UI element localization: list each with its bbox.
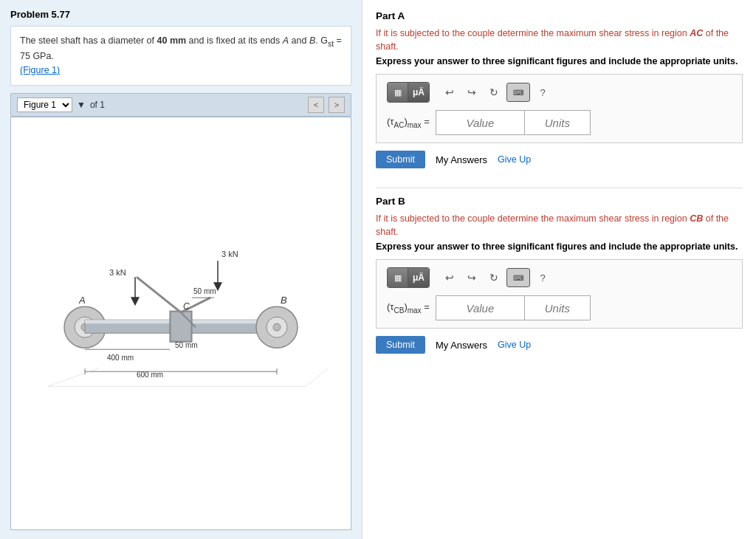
svg-point-18: [273, 323, 281, 331]
problem-description: The steel shaft has a diameter of 40 mm …: [10, 26, 351, 86]
left-panel: Problem 5.77 The steel shaft has a diame…: [0, 0, 362, 539]
part-b-instruction: If it is subjected to the couple determi…: [376, 213, 743, 238]
svg-text:600 mm: 600 mm: [137, 371, 163, 379]
figure-link[interactable]: (Figure 1): [20, 65, 60, 75]
part-b-subinstruction: Express your answer to three significant…: [376, 241, 743, 252]
part-b-value-input[interactable]: [436, 295, 524, 320]
part-a-grid-btn[interactable]: ▦: [388, 83, 408, 102]
part-a-input-row: (τAC)max =: [387, 110, 732, 135]
part-a-title: Part A: [376, 10, 743, 21]
part-divider: [376, 188, 743, 188]
problem-title: Problem 5.77: [10, 9, 351, 20]
part-a-subinstruction: Express your answer to three significant…: [376, 56, 743, 66]
svg-line-29: [48, 368, 100, 386]
svg-text:3 kN: 3 kN: [109, 268, 126, 277]
part-b-my-answers-label: My Answers: [436, 340, 487, 351]
figure-selector-bar: Figure 1 ▼ of 1 < >: [10, 93, 351, 117]
shaft-diagram: A 3 kN 3 kN C: [11, 117, 351, 529]
part-a-action-row: Submit My Answers Give Up: [376, 151, 743, 168]
part-b-region: CB: [690, 213, 703, 224]
part-b-submit-button[interactable]: Submit: [376, 336, 425, 354]
part-a-region: AC: [690, 28, 703, 38]
part-b-action-row: Submit My Answers Give Up: [376, 336, 743, 354]
svg-line-8: [137, 277, 181, 312]
part-b-section: Part B If it is subjected to the couple …: [376, 196, 743, 354]
right-panel: Part A If it is subjected to the couple …: [362, 0, 756, 539]
end-a: A: [283, 35, 289, 46]
part-a-section: Part A If it is subjected to the couple …: [376, 10, 743, 168]
svg-text:400 mm: 400 mm: [107, 354, 134, 362]
g-subscript: st: [328, 40, 334, 48]
part-b-label: (τCB)max =: [387, 301, 430, 315]
part-a-label: (τAC)max =: [387, 116, 430, 129]
description-text: The steel shaft has a diameter of 40 mm …: [20, 35, 342, 61]
part-b-title: Part B: [376, 196, 743, 207]
svg-text:C: C: [183, 301, 190, 312]
svg-text:B: B: [281, 295, 287, 306]
part-b-answer-box: ▦ μÄ ↩ ↪ ↻ ⌨ ? (τCB)max =: [376, 259, 743, 329]
figure-select[interactable]: Figure 1: [17, 97, 72, 112]
part-b-refresh-btn[interactable]: ↻: [484, 268, 504, 287]
part-a-submit-button[interactable]: Submit: [376, 151, 425, 168]
end-b: B: [309, 35, 315, 46]
figure-of-text: of 1: [90, 100, 105, 110]
part-a-icon-group: ▦ μÄ: [387, 82, 430, 103]
figure-of-label: ▼: [77, 100, 86, 110]
part-a-toolbar: ▦ μÄ ↩ ↪ ↻ ⌨ ?: [387, 82, 732, 103]
svg-line-31: [306, 368, 329, 386]
svg-text:50 mm: 50 mm: [175, 341, 198, 349]
part-b-icon-group: ▦ μÄ: [387, 267, 430, 288]
part-b-give-up-link[interactable]: Give Up: [498, 340, 531, 350]
part-a-refresh-btn[interactable]: ↻: [484, 83, 504, 102]
svg-text:A: A: [78, 295, 86, 306]
part-a-value-input[interactable]: [436, 110, 524, 135]
part-a-my-answers-label: My Answers: [436, 154, 487, 165]
part-a-keyboard-btn[interactable]: ⌨: [506, 83, 530, 102]
part-a-undo-btn[interactable]: ↩: [440, 83, 459, 102]
figure-prev-button[interactable]: <: [308, 97, 324, 113]
part-b-undo-btn[interactable]: ↩: [440, 268, 459, 287]
diameter-value: 40 mm: [157, 35, 187, 46]
part-b-grid-btn[interactable]: ▦: [388, 268, 408, 287]
part-a-mu-btn[interactable]: μÄ: [408, 83, 429, 102]
svg-text:3 kN: 3 kN: [221, 250, 238, 258]
part-a-help-btn[interactable]: ?: [533, 83, 552, 102]
part-a-answer-box: ▦ μÄ ↩ ↪ ↻ ⌨ ? (τAC)max =: [376, 74, 743, 143]
svg-text:50 mm: 50 mm: [193, 287, 216, 295]
svg-rect-7: [171, 312, 190, 340]
part-b-toolbar: ▦ μÄ ↩ ↪ ↻ ⌨ ?: [387, 267, 732, 288]
part-b-mu-btn[interactable]: μÄ: [408, 268, 429, 287]
part-a-units-input[interactable]: [524, 110, 591, 135]
part-b-redo-btn[interactable]: ↪: [462, 268, 481, 287]
part-a-redo-btn[interactable]: ↪: [462, 83, 481, 102]
part-b-help-btn[interactable]: ?: [533, 268, 552, 287]
part-a-give-up-link[interactable]: Give Up: [498, 154, 531, 165]
part-a-instruction: If it is subjected to the couple determi…: [376, 27, 743, 53]
part-b-keyboard-btn[interactable]: ⌨: [506, 268, 530, 287]
figure-area: A 3 kN 3 kN C: [10, 117, 351, 530]
figure-next-button[interactable]: >: [329, 97, 345, 113]
part-b-input-row: (τCB)max =: [387, 295, 732, 320]
part-b-units-input[interactable]: [524, 295, 591, 320]
